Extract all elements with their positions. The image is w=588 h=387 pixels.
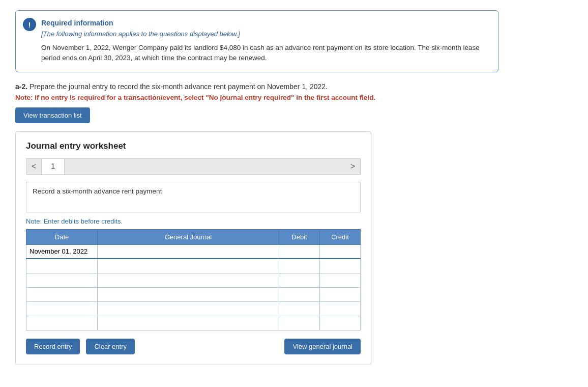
table-row <box>26 273 361 287</box>
input-gj-4[interactable] <box>98 302 279 316</box>
tab-1[interactable]: 1 <box>41 159 65 174</box>
col-header-credit: Credit <box>320 229 361 244</box>
input-date-5[interactable] <box>26 316 97 330</box>
cell-debit-3 <box>279 287 320 301</box>
worksheet-title: Journal entry worksheet <box>26 141 361 151</box>
tab-spacer <box>65 159 345 174</box>
cell-gj-5 <box>98 316 279 330</box>
button-row: Record entry Clear entry View general jo… <box>26 339 361 354</box>
info-icon: ! <box>23 18 36 31</box>
input-debit-2[interactable] <box>279 273 319 287</box>
question-text: a-2. Prepare the journal entry to record… <box>15 82 498 91</box>
input-debit-0[interactable] <box>279 245 319 259</box>
cell-date-0 <box>26 244 98 259</box>
cell-date-5 <box>26 316 98 330</box>
input-date-2[interactable] <box>26 273 97 287</box>
table-row <box>26 316 361 330</box>
input-gj-1[interactable] <box>98 259 279 273</box>
cell-date-3 <box>26 287 98 301</box>
journal-entry-worksheet: Journal entry worksheet < 1 > Record a s… <box>15 131 371 365</box>
col-header-gj: General Journal <box>98 229 279 244</box>
cell-credit-0 <box>320 244 361 259</box>
cell-gj-3 <box>98 287 279 301</box>
view-transaction-btn-container: View transaction list <box>15 107 573 123</box>
input-debit-4[interactable] <box>279 302 319 316</box>
entry-note: Note: Enter debits before credits. <box>26 217 361 225</box>
input-credit-4[interactable] <box>320 302 360 316</box>
cell-debit-1 <box>279 259 320 273</box>
col-header-debit: Debit <box>279 229 320 244</box>
cell-debit-4 <box>279 301 320 316</box>
cell-date-4 <box>26 301 98 316</box>
input-credit-0[interactable] <box>320 245 360 259</box>
info-box-body: On November 1, 2022, Wenger Company paid… <box>41 43 488 64</box>
input-date-0[interactable] <box>26 245 97 259</box>
cell-gj-0 <box>98 244 279 259</box>
table-row <box>26 301 361 316</box>
input-gj-5[interactable] <box>98 316 279 330</box>
view-transaction-list-button[interactable]: View transaction list <box>15 107 90 123</box>
journal-table: Date General Journal Debit Credit <box>26 229 361 330</box>
input-date-1[interactable] <box>26 259 97 273</box>
worksheet-description: Record a six-month advance rent payment <box>26 182 361 212</box>
table-row <box>26 287 361 301</box>
cell-credit-2 <box>320 273 361 287</box>
view-general-journal-button[interactable]: View general journal <box>284 339 361 354</box>
input-gj-2[interactable] <box>98 273 279 287</box>
input-credit-2[interactable] <box>320 273 360 287</box>
cell-debit-2 <box>279 273 320 287</box>
input-date-3[interactable] <box>26 288 97 301</box>
input-date-4[interactable] <box>26 302 97 316</box>
cell-gj-2 <box>98 273 279 287</box>
table-row <box>26 244 361 259</box>
input-debit-1[interactable] <box>279 259 319 273</box>
clear-entry-button[interactable]: Clear entry <box>86 339 135 354</box>
input-gj-0[interactable] <box>98 245 279 259</box>
question-section: a-2. Prepare the journal entry to record… <box>15 82 498 101</box>
cell-credit-1 <box>320 259 361 273</box>
input-credit-3[interactable] <box>320 288 360 301</box>
cell-gj-1 <box>98 259 279 273</box>
next-tab-button[interactable]: > <box>345 159 360 174</box>
prev-tab-button[interactable]: < <box>26 159 41 174</box>
cell-date-1 <box>26 259 98 273</box>
input-debit-5[interactable] <box>279 316 319 330</box>
cell-date-2 <box>26 273 98 287</box>
table-row <box>26 259 361 273</box>
cell-credit-4 <box>320 301 361 316</box>
question-body: Prepare the journal entry to record the … <box>27 82 328 91</box>
col-header-date: Date <box>26 229 98 244</box>
cell-gj-4 <box>98 301 279 316</box>
info-box: ! Required information [The following in… <box>15 10 498 72</box>
question-note: Note: If no entry is required for a tran… <box>15 94 498 101</box>
input-gj-3[interactable] <box>98 288 279 301</box>
tab-row: < 1 > <box>26 158 361 175</box>
cell-credit-5 <box>320 316 361 330</box>
input-credit-1[interactable] <box>320 259 360 273</box>
cell-credit-3 <box>320 287 361 301</box>
input-debit-3[interactable] <box>279 288 319 301</box>
input-credit-5[interactable] <box>320 316 360 330</box>
info-box-title: Required information <box>41 19 488 27</box>
cell-debit-0 <box>279 244 320 259</box>
question-label: a-2. <box>15 82 27 91</box>
info-box-subtitle: [The following information applies to th… <box>41 30 488 38</box>
record-entry-button[interactable]: Record entry <box>26 339 80 354</box>
cell-debit-5 <box>279 316 320 330</box>
